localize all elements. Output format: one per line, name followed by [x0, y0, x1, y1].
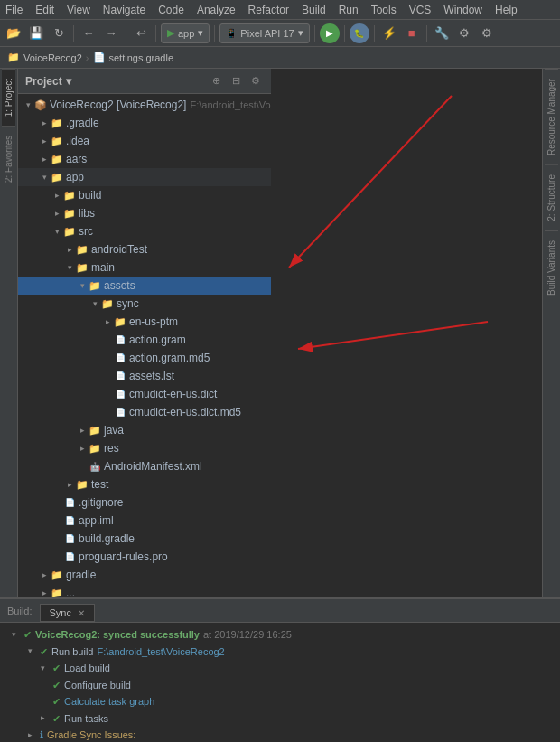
- menu-navigate[interactable]: Navigate: [103, 4, 145, 16]
- tree-item-androidmanifest[interactable]: 🤖 AndroidManifest.xml: [18, 457, 271, 475]
- sidebar-item-structure[interactable]: 2: Structure: [545, 164, 558, 230]
- tree-item-assets[interactable]: 📁 assets: [18, 277, 271, 295]
- toolbar-gradle-btn[interactable]: 🔧: [432, 23, 452, 43]
- toolbar-back-btn[interactable]: ←: [79, 23, 98, 43]
- toolbar-stop-btn[interactable]: ■: [402, 23, 422, 43]
- tree-item-cmudict[interactable]: 📄 cmudict-en-us.dict: [18, 385, 271, 403]
- runtasks-arrow[interactable]: [36, 712, 49, 725]
- loadbuild-arrow[interactable]: [36, 662, 49, 674]
- breadcrumb-file[interactable]: settings.gradle: [109, 52, 174, 63]
- root-expand-arrow[interactable]: [22, 99, 34, 111]
- androidtest-arrow[interactable]: [63, 243, 76, 256]
- menu-edit[interactable]: Edit: [35, 4, 54, 16]
- idea-arrow[interactable]: [38, 135, 51, 147]
- menu-analyze[interactable]: Analyze: [197, 4, 236, 16]
- tree-item-main[interactable]: 📁 main: [18, 258, 271, 277]
- src-arrow[interactable]: [51, 225, 63, 238]
- tree-item-sync[interactable]: 📁 sync: [18, 295, 271, 313]
- aars-arrow[interactable]: [38, 153, 51, 165]
- tree-item-dotgradle[interactable]: 📁 .gradle: [18, 114, 271, 132]
- menu-file[interactable]: File: [5, 4, 23, 16]
- idea-label: .idea: [66, 135, 89, 147]
- dotgradle-arrow[interactable]: [38, 117, 51, 129]
- more-arrow[interactable]: [38, 587, 51, 597]
- tree-item-libs[interactable]: 📁 libs: [18, 204, 271, 222]
- toolbar-forward-btn[interactable]: →: [101, 23, 121, 43]
- tree-item-androidtest[interactable]: 📁 androidTest: [18, 240, 271, 258]
- sidebar-item-favorites[interactable]: 2: Favorites: [2, 126, 15, 192]
- app-selector[interactable]: ▶ app ▾: [161, 23, 210, 43]
- en-us-ptm-arrow[interactable]: [101, 315, 114, 328]
- assets-arrow[interactable]: [76, 279, 89, 292]
- menu-window[interactable]: Window: [443, 4, 482, 16]
- syncissues-arrow[interactable]: [23, 728, 36, 741]
- tree-item-gitignore[interactable]: 📄 .gitignore: [18, 493, 271, 512]
- breadcrumb-project[interactable]: VoiceRecog2: [23, 52, 82, 63]
- menu-view[interactable]: View: [67, 4, 90, 16]
- debug-button[interactable]: 🐛: [350, 23, 369, 43]
- menu-help[interactable]: Help: [495, 4, 518, 16]
- main-arrow[interactable]: [63, 261, 76, 274]
- toolbar-sep1: [73, 25, 74, 42]
- tree-item-app[interactable]: 📁 app: [18, 168, 271, 186]
- synced-arrow[interactable]: [7, 628, 20, 641]
- menu-run[interactable]: Run: [339, 4, 359, 16]
- gradle-dir-arrow[interactable]: [38, 568, 51, 581]
- sidebar-item-build-variants[interactable]: Build Variants: [545, 230, 558, 305]
- toolbar-profile-btn[interactable]: ⚡: [379, 23, 399, 43]
- tab-sync[interactable]: Sync ✕: [40, 604, 96, 621]
- menu-tools[interactable]: Tools: [371, 4, 397, 16]
- runbuild-path[interactable]: F:\android_test\VoiceRecog2: [97, 644, 224, 660]
- tree-item-res[interactable]: 📁 res: [18, 439, 271, 457]
- tree-item-proguard[interactable]: 📄 proguard-rules.pro: [18, 548, 271, 566]
- tree-item-test[interactable]: 📁 test: [18, 475, 271, 493]
- tab-sync-close[interactable]: ✕: [78, 608, 85, 618]
- menu-refactor[interactable]: Refactor: [248, 4, 289, 16]
- app-iml-icon: 📄: [63, 514, 76, 527]
- test-arrow[interactable]: [63, 478, 76, 491]
- tree-item-action-gram-md5[interactable]: 📄 action.gram.md5: [18, 349, 271, 367]
- toolbar-sdk-btn[interactable]: ⚙: [454, 23, 474, 43]
- toolbar-save-btn[interactable]: 💾: [26, 23, 46, 43]
- menu-code[interactable]: Code: [158, 4, 184, 16]
- libs-arrow[interactable]: [51, 207, 63, 220]
- toolbar-undo-btn[interactable]: ↩: [131, 23, 151, 43]
- menu-vcs[interactable]: VCS: [409, 4, 432, 16]
- res-arrow[interactable]: [76, 442, 89, 455]
- sidebar-item-resource-manager[interactable]: Resource Manager: [545, 69, 558, 164]
- tree-item-more[interactable]: 📁 ...: [18, 584, 271, 597]
- panel-gear-btn[interactable]: ⚙: [247, 73, 264, 89]
- assets-lst-icon: 📄: [114, 370, 126, 382]
- build-arrow[interactable]: [51, 189, 63, 202]
- tree-item-src[interactable]: 📁 src: [18, 222, 271, 240]
- runbuild-arrow[interactable]: [23, 645, 36, 658]
- toolbar-refresh-btn[interactable]: ↻: [49, 23, 69, 43]
- menu-build[interactable]: Build: [302, 4, 326, 16]
- app-arrow[interactable]: [38, 171, 51, 183]
- svg-line-2: [298, 322, 488, 349]
- tree-item-root[interactable]: 📦 VoiceRecog2 [VoiceRecog2] F:\android_t…: [18, 96, 271, 114]
- tree-item-idea[interactable]: 📁 .idea: [18, 132, 271, 150]
- taskgraph-label[interactable]: Calculate task graph: [64, 694, 154, 709]
- sync-arrow[interactable]: [89, 297, 101, 310]
- sidebar-item-project[interactable]: 1: Project: [2, 69, 15, 126]
- tree-item-en-us-ptm[interactable]: 📁 en-us-ptm: [18, 313, 271, 331]
- tree-item-build[interactable]: 📁 build: [18, 186, 271, 204]
- panel-equalize-btn[interactable]: ⊟: [228, 73, 244, 89]
- tree-item-gradle-dir[interactable]: 📁 gradle: [18, 566, 271, 584]
- toolbar-open-btn[interactable]: 📂: [4, 23, 23, 43]
- tree-item-action-gram[interactable]: 📄 action.gram: [18, 331, 271, 349]
- runtasks-check-icon: ✔: [52, 711, 61, 727]
- toolbar-settings-btn[interactable]: ⚙: [477, 23, 497, 43]
- panel-title-arrow[interactable]: ▾: [66, 75, 71, 88]
- tree-item-java[interactable]: 📁 java: [18, 421, 271, 439]
- tree-item-cmudict-md5[interactable]: 📄 cmudict-en-us.dict.md5: [18, 403, 271, 421]
- tree-item-build-gradle[interactable]: 📄 build.gradle: [18, 530, 271, 548]
- panel-sync-btn[interactable]: ⊕: [208, 73, 224, 89]
- tree-item-app-iml[interactable]: 📄 app.iml: [18, 512, 271, 530]
- java-arrow[interactable]: [76, 424, 89, 437]
- tree-item-assets-lst[interactable]: 📄 assets.lst: [18, 367, 271, 385]
- device-selector[interactable]: 📱 Pixel API 17 ▾: [219, 23, 309, 43]
- run-button[interactable]: ▶: [320, 23, 340, 43]
- tree-item-aars[interactable]: 📁 aars: [18, 150, 271, 168]
